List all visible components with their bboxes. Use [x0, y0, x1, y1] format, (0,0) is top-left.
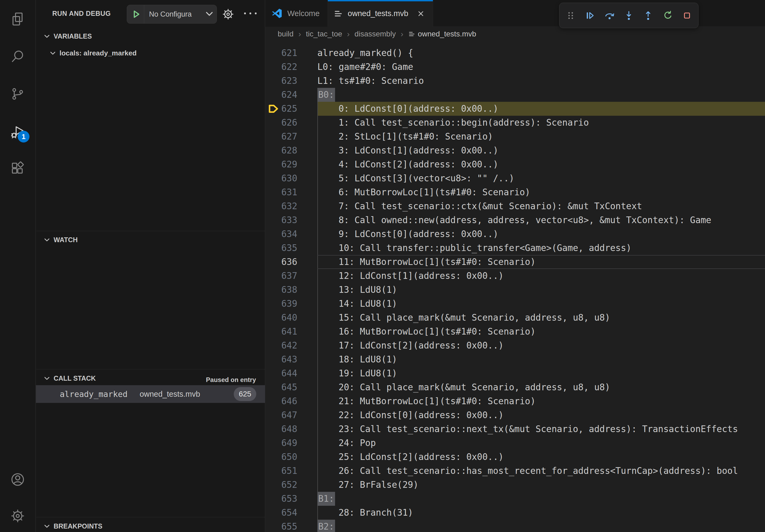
editor-gutter[interactable]: 646: [265, 394, 318, 408]
code-line-text[interactable]: L1: ts#1#0: Scenario: [318, 74, 765, 88]
watch-section-header[interactable]: WATCH: [44, 233, 78, 247]
editor-gutter[interactable]: 653: [265, 492, 318, 506]
code-line-text[interactable]: 5: LdConst[3](vector<u8>: "" /..): [318, 171, 765, 185]
call-stack-section-header[interactable]: CALL STACK: [44, 371, 96, 385]
stop-button[interactable]: [678, 7, 696, 24]
editor-gutter[interactable]: 648: [265, 422, 318, 436]
line-number[interactable]: 623: [265, 74, 297, 88]
line-number[interactable]: 628: [265, 143, 297, 157]
code-line-text[interactable]: 13: LdU8(1): [318, 283, 765, 297]
line-number[interactable]: 648: [265, 422, 297, 436]
code-line-text[interactable]: 23: Call test_scenario::next_tx(&mut Sce…: [318, 422, 765, 436]
line-number[interactable]: 655: [265, 520, 297, 532]
code-line-text[interactable]: 17: LdConst[2](address: 0x00..): [318, 339, 765, 353]
line-number[interactable]: 621: [265, 46, 297, 60]
start-debug-icon[interactable]: [127, 5, 144, 23]
line-number[interactable]: 636: [265, 255, 297, 269]
code-line-text[interactable]: 18: LdU8(1): [318, 353, 765, 367]
variables-section-header[interactable]: VARIABLES: [44, 29, 92, 43]
line-number[interactable]: 646: [265, 394, 297, 408]
call-stack-frame-row[interactable]: already_markedowned_tests.mvb625: [36, 385, 265, 403]
line-number[interactable]: 643: [265, 353, 297, 367]
line-number[interactable]: 642: [265, 339, 297, 353]
line-number[interactable]: 627: [265, 130, 297, 143]
editor-gutter[interactable]: 634: [265, 227, 318, 241]
editor-gutter[interactable]: 652: [265, 478, 318, 492]
code-line-text[interactable]: 10: Call transfer::public_transfer<Game>…: [318, 241, 765, 255]
editor-gutter[interactable]: 632: [265, 199, 318, 213]
editor-gutter[interactable]: 624: [265, 88, 318, 102]
line-number[interactable]: 644: [265, 367, 297, 381]
continue-button[interactable]: [581, 7, 598, 24]
line-number[interactable]: 650: [265, 450, 297, 464]
settings-icon[interactable]: [10, 508, 26, 524]
line-number[interactable]: 639: [265, 297, 297, 311]
line-number[interactable]: 635: [265, 241, 297, 255]
step-out-button[interactable]: [640, 7, 657, 24]
editor-gutter[interactable]: 641: [265, 325, 318, 339]
tab-welcome[interactable]: Welcome: [265, 0, 328, 27]
code-line-text[interactable]: 21: MutBorrowLoc[1](ts#1#0: Scenario): [318, 394, 765, 408]
editor-gutter[interactable]: 642: [265, 339, 318, 353]
editor-gutter[interactable]: 644: [265, 367, 318, 381]
code-line-text[interactable]: 28: Branch(31): [318, 506, 765, 520]
code-line-text[interactable]: 7: Call test_scenario::ctx(&mut Scenario…: [318, 199, 765, 213]
breadcrumb-item[interactable]: tic_tac_toe: [306, 30, 342, 38]
breakpoints-section-header[interactable]: BREAKPOINTS: [44, 519, 102, 532]
code-line-text[interactable]: 8: Call owned::new(address, address, vec…: [318, 213, 765, 227]
breadcrumb-item[interactable]: owned_tests.mvb: [408, 30, 476, 38]
editor-gutter[interactable]: 651: [265, 464, 318, 478]
run-and-debug-icon[interactable]: 1: [10, 124, 26, 140]
code-line-text[interactable]: 4: LdConst[2](address: 0x00..): [318, 157, 765, 171]
code-line-text[interactable]: 16: MutBorrowLoc[1](ts#1#0: Scenario): [318, 325, 765, 339]
locals-scope-row[interactable]: locals: already_marked: [50, 46, 137, 60]
code-line-text[interactable]: 6: MutBorrowLoc[1](ts#1#0: Scenario): [318, 185, 765, 199]
breadcrumb-item[interactable]: build: [278, 30, 294, 38]
editor-gutter[interactable]: 638: [265, 283, 318, 297]
line-number[interactable]: 631: [265, 185, 297, 199]
editor-gutter[interactable]: 640: [265, 311, 318, 325]
code-line-text[interactable]: 14: LdU8(1): [318, 297, 765, 311]
code-line-text[interactable]: 19: LdU8(1): [318, 367, 765, 381]
drag-handle-icon[interactable]: [562, 7, 579, 24]
line-number[interactable]: 647: [265, 408, 297, 422]
editor-gutter[interactable]: 643: [265, 353, 318, 367]
restart-button[interactable]: [659, 7, 676, 24]
line-number[interactable]: 632: [265, 199, 297, 213]
editor-gutter[interactable]: 626: [265, 116, 318, 130]
editor-gutter[interactable]: 630: [265, 171, 318, 185]
editor-gutter[interactable]: 623: [265, 74, 318, 88]
debug-configuration-dropdown[interactable]: No Configura: [127, 5, 217, 24]
code-line-text[interactable]: 3: LdConst[1](address: 0x00..): [318, 143, 765, 157]
code-line-text[interactable]: 22: LdConst[0](address: 0x00..): [318, 408, 765, 422]
editor-gutter[interactable]: 655: [265, 520, 318, 532]
line-number[interactable]: 629: [265, 157, 297, 171]
code-line-text[interactable]: B1:: [318, 492, 765, 506]
editor-gutter[interactable]: 633: [265, 213, 318, 227]
tab-owned-tests-mvb[interactable]: owned_tests.mvb: [328, 0, 433, 27]
editor-gutter[interactable]: 636: [265, 255, 318, 269]
extensions-icon[interactable]: [10, 160, 26, 176]
line-number[interactable]: 651: [265, 464, 297, 478]
search-icon[interactable]: [10, 48, 26, 64]
editor-gutter[interactable]: 625: [265, 102, 318, 116]
code-line-text[interactable]: B0:: [318, 88, 765, 102]
code-line-text[interactable]: L0: game#2#0: Game: [318, 60, 765, 74]
line-number[interactable]: 640: [265, 311, 297, 325]
editor-gutter[interactable]: 639: [265, 297, 318, 311]
code-line-text[interactable]: 11: MutBorrowLoc[1](ts#1#0: Scenario): [318, 255, 765, 269]
line-number[interactable]: 622: [265, 60, 297, 74]
line-number[interactable]: 630: [265, 171, 297, 185]
editor-gutter[interactable]: 629: [265, 157, 318, 171]
editor-gutter[interactable]: 622: [265, 60, 318, 74]
editor-gutter[interactable]: 627: [265, 130, 318, 143]
line-number[interactable]: 653: [265, 492, 297, 506]
account-icon[interactable]: [10, 471, 26, 487]
editor-gutter[interactable]: 637: [265, 269, 318, 283]
editor-gutter[interactable]: 654: [265, 506, 318, 520]
editor-gutter[interactable]: 649: [265, 436, 318, 450]
editor-gutter[interactable]: 628: [265, 143, 318, 157]
line-number[interactable]: 624: [265, 88, 297, 102]
code-line-text[interactable]: already_marked() {: [318, 46, 765, 60]
step-into-button[interactable]: [620, 7, 637, 24]
